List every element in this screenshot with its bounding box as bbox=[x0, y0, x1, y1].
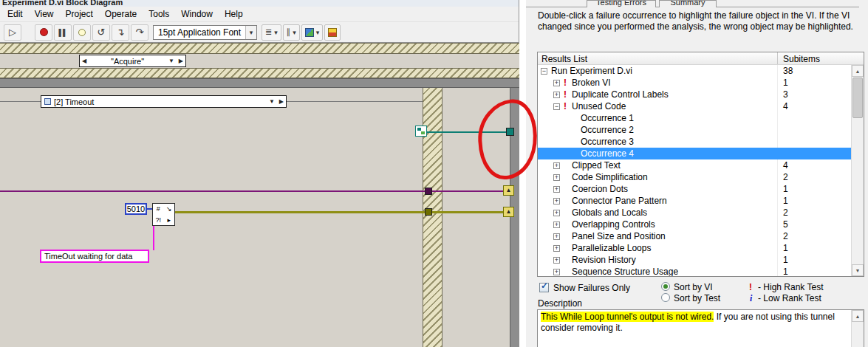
subitems-count: 3 bbox=[783, 89, 788, 100]
expand-icon[interactable]: + bbox=[553, 186, 560, 193]
expand-icon[interactable]: + bbox=[553, 257, 560, 264]
sort-by-vi-radio[interactable] bbox=[661, 282, 670, 291]
case-dropdown-icon[interactable]: ▼ bbox=[267, 98, 277, 105]
subitems-count: 5 bbox=[783, 219, 788, 230]
event-selector-timeout[interactable]: [2] Timeout ▼ ▶ bbox=[41, 95, 287, 108]
expand-icon[interactable]: + bbox=[553, 162, 560, 169]
expand-icon[interactable]: + bbox=[553, 174, 560, 181]
results-tree-row[interactable]: Occurrence 4 bbox=[538, 148, 851, 159]
screen: Experiment D.vi Block Diagram EditViewPr… bbox=[0, 0, 868, 347]
results-tree-row[interactable]: +Connector Pane Pattern1 bbox=[538, 195, 851, 207]
case-tunnel-purple[interactable] bbox=[425, 188, 432, 195]
wait-timeout-node[interactable]: # ↘ ?! ▸ bbox=[152, 203, 175, 226]
case-next-icon[interactable]: ▶ bbox=[177, 58, 185, 64]
node-glyph: # bbox=[153, 204, 164, 215]
case-prev-icon[interactable]: ◀ bbox=[80, 58, 89, 64]
menu-item-window[interactable]: Window bbox=[175, 7, 219, 21]
while-loop-top-border[interactable] bbox=[0, 78, 519, 88]
menu-item-tools[interactable]: Tools bbox=[143, 7, 175, 21]
boolean-source-node[interactable] bbox=[415, 126, 427, 137]
description-scrollbar[interactable]: ▲ bbox=[851, 310, 864, 347]
case-dropdown-icon[interactable]: ▼ bbox=[166, 58, 177, 64]
blue-wire[interactable] bbox=[147, 208, 152, 210]
menu-item-view[interactable]: View bbox=[29, 7, 60, 21]
pause-button[interactable]: ▌▌ bbox=[54, 24, 72, 41]
case-next-icon[interactable]: ▶ bbox=[277, 98, 286, 105]
results-tree-row[interactable]: Occurrence 1 bbox=[538, 112, 851, 124]
font-selector[interactable]: 15pt Application Font ▾ bbox=[153, 25, 257, 40]
menu-item-operate[interactable]: Operate bbox=[99, 7, 143, 21]
results-list-header-label: Results List bbox=[541, 54, 587, 64]
expand-icon[interactable]: + bbox=[553, 245, 560, 252]
highlight-execution-button[interactable] bbox=[73, 24, 91, 41]
step-over-button[interactable]: ↷ bbox=[131, 24, 148, 41]
results-tree-row[interactable]: +Code Simplification2 bbox=[538, 171, 851, 183]
abort-icon bbox=[40, 28, 48, 36]
expand-icon[interactable]: + bbox=[553, 92, 560, 98]
pink-wire[interactable] bbox=[153, 226, 154, 250]
results-tree-row[interactable]: −!Unused Code4 bbox=[538, 100, 851, 112]
shift-register-up[interactable]: ▲ bbox=[503, 207, 514, 217]
results-tree-row[interactable]: +Overlapping Controls5 bbox=[538, 219, 851, 230]
numeric-constant[interactable]: 5010 bbox=[125, 203, 147, 215]
subitems-count: 2 bbox=[783, 207, 788, 218]
reorder-button[interactable]: ▾ bbox=[301, 24, 324, 41]
shift-register-up[interactable]: ▲ bbox=[503, 185, 514, 196]
tab-summary[interactable]: Summary bbox=[659, 0, 717, 7]
results-tree-row[interactable]: +Panel Size and Position2 bbox=[538, 230, 851, 242]
scrollbar-thumb[interactable] bbox=[852, 78, 863, 118]
description-text: This While Loop tunnel's output is not w… bbox=[538, 310, 851, 335]
results-tree-row[interactable]: +!Duplicate Control Labels3 bbox=[538, 89, 851, 100]
olive-wire[interactable] bbox=[174, 211, 503, 213]
results-tree-row[interactable]: +Parallelizable Loops1 bbox=[538, 242, 851, 254]
scroll-down-icon[interactable]: ▼ bbox=[852, 264, 864, 276]
expand-icon[interactable]: + bbox=[553, 221, 560, 228]
results-scrollbar[interactable]: ▲ ▼ bbox=[851, 65, 864, 276]
expand-icon[interactable]: + bbox=[553, 210, 560, 216]
step-into-button[interactable]: ↴ bbox=[112, 24, 129, 41]
align-objects-button[interactable]: ≣▾ bbox=[262, 24, 281, 41]
menu-item-project[interactable]: Project bbox=[59, 7, 98, 21]
results-tree-row[interactable]: +Sequence Structure Usage1 bbox=[538, 266, 851, 276]
results-tree-row[interactable]: +Revision History1 bbox=[538, 254, 851, 266]
show-failures-checkbox[interactable]: ✓ bbox=[539, 283, 549, 292]
tree-row-label: Broken VI bbox=[572, 78, 611, 88]
case-selector-acquire[interactable]: ◀ "Acquire" ▼ ▶ bbox=[79, 55, 186, 67]
expand-icon[interactable]: + bbox=[553, 198, 560, 205]
case-tunnel-olive[interactable] bbox=[425, 208, 432, 216]
results-tree-row[interactable]: +Clipped Text4 bbox=[538, 159, 851, 171]
block-diagram-canvas[interactable]: ◀ "Acquire" ▼ ▶ [2] Timeout ▼ ▶ bbox=[0, 43, 519, 347]
collapse-icon[interactable]: − bbox=[541, 68, 547, 75]
results-tree-row[interactable]: +Globals and Locals2 bbox=[538, 207, 851, 219]
menu-item-edit[interactable]: Edit bbox=[1, 7, 29, 21]
node-pixel bbox=[417, 128, 421, 131]
menu-item-help[interactable]: Help bbox=[219, 7, 249, 21]
collapse-icon[interactable]: − bbox=[553, 103, 560, 110]
tree-row-label: Run Experiment D.vi bbox=[551, 66, 632, 76]
retain-wire-values-button[interactable]: ↺ bbox=[92, 24, 110, 41]
abort-button[interactable] bbox=[35, 24, 52, 41]
scroll-up-icon[interactable]: ▲ bbox=[852, 65, 864, 77]
window-titlebar[interactable]: Experiment D.vi Block Diagram bbox=[0, 0, 519, 7]
expand-icon[interactable]: + bbox=[553, 80, 560, 86]
distribute-objects-button[interactable]: ∥▾ bbox=[283, 24, 300, 41]
run-button[interactable]: ▷ bbox=[4, 24, 21, 41]
results-tree-row[interactable]: +Coercion Dots1 bbox=[538, 183, 851, 195]
expand-icon[interactable]: + bbox=[553, 269, 560, 275]
rank-icon: ! bbox=[564, 89, 572, 100]
triangle-up-icon: ▲ bbox=[506, 209, 512, 215]
chevron-down-icon[interactable]: ▾ bbox=[245, 26, 256, 39]
expand-icon[interactable]: + bbox=[553, 233, 560, 240]
sort-by-test-radio[interactable] bbox=[661, 293, 670, 302]
cleanup-diagram-button[interactable] bbox=[324, 24, 341, 41]
tab-testing-errors[interactable]: Testing Errors bbox=[587, 0, 656, 7]
step-over-icon: ↷ bbox=[136, 27, 144, 38]
results-tree-row[interactable]: Occurrence 3 bbox=[538, 136, 851, 148]
results-tree-row[interactable]: −Run Experiment D.vi38 bbox=[538, 65, 851, 77]
results-tree-row[interactable]: +!Broken VI1 bbox=[538, 77, 851, 89]
node-glyph: ↘ bbox=[164, 204, 175, 215]
free-label-timeout[interactable]: TimeOut waiting for data bbox=[40, 250, 149, 263]
scroll-up-icon[interactable]: ▲ bbox=[852, 310, 864, 322]
show-failures-label: Show Failures Only bbox=[553, 283, 630, 293]
results-tree-row[interactable]: Occurrence 2 bbox=[538, 124, 851, 136]
